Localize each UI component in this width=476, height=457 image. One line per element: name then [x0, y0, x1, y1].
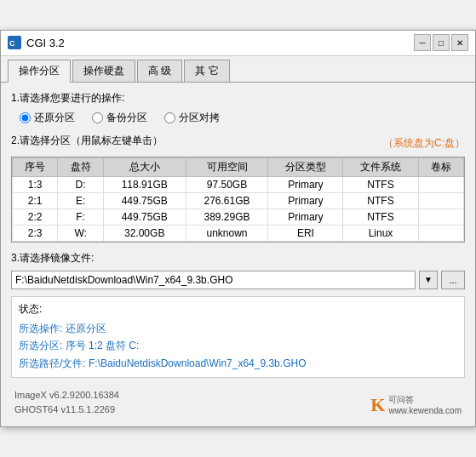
cell-type: Primary	[268, 176, 343, 192]
cell-free: 97.50GB	[186, 176, 268, 192]
partition-table-body: 1:3 D: 118.91GB 97.50GB Primary NTFS 2:	[13, 176, 464, 241]
cell-type: Primary	[268, 209, 343, 225]
ghost-version: GHOST64 v11.5.1.2269	[14, 403, 119, 417]
title-bar-left: C CGI 3.2	[8, 36, 65, 49]
cell-fs: Linux	[343, 225, 418, 241]
radio-clone[interactable]: 分区对拷	[164, 111, 220, 125]
main-window: C CGI 3.2 ─ □ ✕ 操作分区 操作硬盘 高 级 其 它 1.请选择您…	[0, 30, 476, 427]
cell-seq: 2:2	[13, 209, 58, 225]
tab-partition-ops[interactable]: 操作分区	[8, 60, 71, 83]
app-icon: C	[8, 36, 21, 49]
status-line-2: 所选分区: 序号 1:2 盘符 C:	[19, 337, 457, 354]
watermark-site-name: 可问答	[388, 394, 462, 405]
cell-fs: NTFS	[343, 209, 418, 225]
title-text: CGI 3.2	[26, 37, 65, 49]
table-row[interactable]: 2:1 E: 449.75GB 276.61GB Primary NTFS	[13, 192, 464, 209]
status-box: 状态: 所选操作: 还原分区 所选分区: 序号 1:2 盘符 C: 所选路径/文…	[11, 296, 465, 378]
imagex-version: ImageX v6.2.9200.16384	[14, 388, 119, 403]
file-dropdown-button[interactable]: ▼	[419, 271, 438, 289]
title-buttons: ─ □ ✕	[414, 34, 468, 51]
table-scroll-area: 序号 盘符 总大小 可用空间 分区类型 文件系统 卷标	[12, 157, 464, 242]
radio-clone-label: 分区对拷	[179, 111, 220, 125]
col-free: 可用空间	[186, 157, 268, 176]
watermark-url: www.kewenda.com	[388, 405, 462, 416]
section-3: 3.请选择镜像文件: ▼ ...	[11, 251, 465, 289]
operation-radio-group: 还原分区 备份分区 分区对拷	[11, 111, 465, 125]
cell-total: 449.75GB	[103, 192, 186, 209]
svg-text:C: C	[9, 39, 15, 48]
watermark-k: K	[370, 394, 385, 416]
table-row[interactable]: 2:2 F: 449.75GB 389.29GB Primary NTFS	[13, 209, 464, 225]
radio-backup-label: 备份分区	[106, 111, 147, 125]
footer: ImageX v6.2.9200.16384 GHOST64 v11.5.1.2…	[11, 385, 465, 418]
system-disk-label: （系统盘为C:盘）	[383, 136, 465, 151]
status-line-1: 所选操作: 还原分区	[19, 320, 457, 337]
cell-free: 389.29GB	[186, 209, 268, 225]
table-row[interactable]: 2:3 W: 32.00GB unknown ERI Linux	[13, 225, 464, 241]
status-line-3: 所选路径/文件: F:\BaiduNetdiskDownload\Win7_x6…	[19, 355, 457, 372]
cell-seq: 2:1	[13, 192, 58, 209]
cell-label	[418, 209, 463, 225]
radio-backup-input[interactable]	[92, 112, 103, 123]
maximize-button[interactable]: □	[433, 34, 450, 51]
table-row[interactable]: 1:3 D: 118.91GB 97.50GB Primary NTFS	[13, 176, 464, 192]
radio-backup[interactable]: 备份分区	[92, 111, 147, 125]
watermark: K 可问答 www.kewenda.com	[370, 394, 462, 416]
radio-restore-label: 还原分区	[34, 111, 75, 125]
tab-advanced[interactable]: 高 级	[137, 60, 182, 82]
cell-fs: NTFS	[343, 176, 418, 192]
cell-free: unknown	[186, 225, 268, 241]
cell-type: Primary	[268, 192, 343, 209]
cell-label	[418, 176, 463, 192]
section-2-header: 2.请选择分区（用鼠标左键单击） （系统盘为C:盘）	[11, 134, 465, 153]
col-fs: 文件系统	[343, 157, 418, 176]
cell-seq: 2:3	[13, 225, 58, 241]
tab-other[interactable]: 其 它	[184, 60, 229, 82]
file-browse-button[interactable]: ...	[441, 271, 465, 289]
section-1: 1.请选择您要进行的操作: 还原分区 备份分区 分区对拷	[11, 91, 465, 125]
cell-seq: 1:3	[13, 176, 58, 192]
partition-table: 序号 盘符 总大小 可用空间 分区类型 文件系统 卷标	[12, 157, 464, 242]
status-title: 状态:	[19, 302, 457, 317]
partition-table-header: 序号 盘符 总大小 可用空间 分区类型 文件系统 卷标	[13, 157, 464, 176]
col-type: 分区类型	[268, 157, 343, 176]
tab-bar: 操作分区 操作硬盘 高 级 其 它	[1, 56, 475, 83]
title-bar: C CGI 3.2 ─ □ ✕	[1, 31, 475, 56]
radio-restore-input[interactable]	[20, 112, 31, 123]
cell-total: 118.91GB	[103, 176, 186, 192]
col-label: 卷标	[418, 157, 463, 176]
tab-disk-ops[interactable]: 操作硬盘	[72, 60, 135, 82]
col-drive: 盘符	[58, 157, 103, 176]
radio-restore[interactable]: 还原分区	[20, 111, 75, 125]
cell-type: ERI	[268, 225, 343, 241]
cell-drive: W:	[58, 225, 103, 241]
footer-version-info: ImageX v6.2.9200.16384 GHOST64 v11.5.1.2…	[14, 388, 119, 416]
cell-drive: D:	[58, 176, 103, 192]
watermark-site: 可问答 www.kewenda.com	[388, 394, 462, 416]
cell-free: 276.61GB	[186, 192, 268, 209]
cell-fs: NTFS	[343, 192, 418, 209]
section-1-title: 1.请选择您要进行的操作:	[11, 91, 465, 106]
cell-label	[418, 225, 463, 241]
cell-total: 32.00GB	[103, 225, 186, 241]
col-total: 总大小	[103, 157, 186, 176]
section-2: 2.请选择分区（用鼠标左键单击） （系统盘为C:盘） 序号 盘符 总大小 可用空…	[11, 134, 465, 243]
col-seq: 序号	[13, 157, 58, 176]
radio-clone-input[interactable]	[164, 112, 175, 123]
cell-drive: E:	[58, 192, 103, 209]
file-path-input[interactable]	[11, 271, 416, 289]
partition-table-wrapper[interactable]: 序号 盘符 总大小 可用空间 分区类型 文件系统 卷标	[12, 157, 464, 242]
cell-total: 449.75GB	[103, 209, 186, 225]
close-button[interactable]: ✕	[451, 34, 468, 51]
file-row: ▼ ...	[11, 271, 465, 289]
partition-table-container: 序号 盘符 总大小 可用空间 分区类型 文件系统 卷标	[11, 157, 465, 243]
cell-label	[418, 192, 463, 209]
minimize-button[interactable]: ─	[414, 34, 431, 51]
section-2-title: 2.请选择分区（用鼠标左键单击）	[11, 134, 163, 148]
section-3-title: 3.请选择镜像文件:	[11, 251, 465, 266]
content-area: 1.请选择您要进行的操作: 还原分区 备份分区 分区对拷 2.请选择分区（用	[1, 83, 475, 426]
cell-drive: F:	[58, 209, 103, 225]
